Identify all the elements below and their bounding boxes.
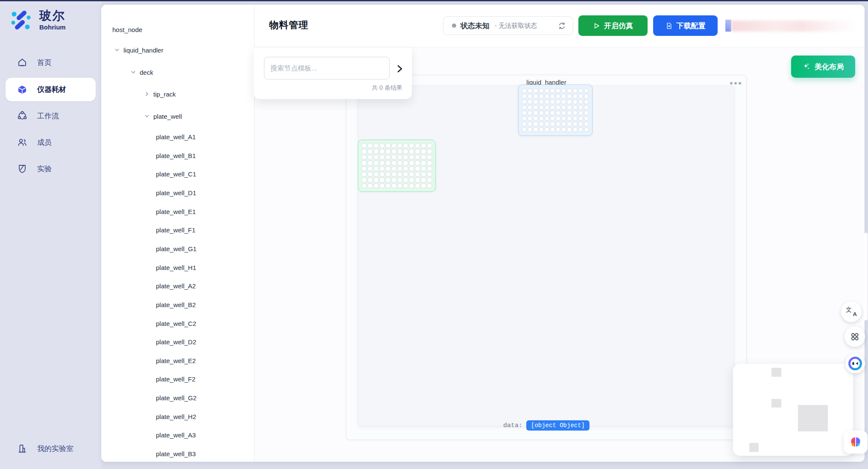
well — [550, 127, 555, 132]
sidebar-item-instruments[interactable]: 仪器耗材 — [6, 78, 96, 101]
tree-item-plate_well_G2[interactable]: plate_well_G2 — [156, 391, 196, 404]
tree-item-plate_well_D1[interactable]: plate_well_D1 — [156, 186, 196, 199]
chevron-down-icon[interactable] — [114, 47, 120, 53]
tree-item-plate_well_D2[interactable]: plate_well_D2 — [156, 335, 196, 348]
tree-item-plate_well_E2[interactable]: plate_well_E2 — [156, 354, 196, 367]
redacted-avatar — [725, 20, 731, 32]
search-input[interactable] — [264, 57, 390, 79]
liquid-handler-node[interactable]: liquid_handler data: [object Object] — [346, 75, 747, 440]
well — [397, 155, 403, 160]
members-icon — [17, 137, 27, 147]
download-config-button[interactable]: 下载配置 — [653, 15, 718, 36]
well — [415, 143, 420, 148]
chevron-right-icon[interactable] — [144, 91, 150, 97]
tree-item-plate_well_C2[interactable]: plate_well_C2 — [156, 317, 196, 330]
chevron-down-icon[interactable] — [130, 69, 136, 75]
well — [578, 127, 583, 132]
well — [567, 111, 572, 115]
well — [403, 172, 408, 177]
well — [403, 155, 408, 160]
well-plate-plate-well[interactable] — [358, 140, 436, 192]
beautify-layout-button[interactable]: 美化布局 — [791, 56, 855, 78]
well — [573, 127, 578, 132]
tree-item-plate_well_G1[interactable]: plate_well_G1 — [156, 242, 196, 255]
sidebar-item-members[interactable]: 成员 — [6, 133, 96, 152]
assistant-robot-button[interactable] — [845, 354, 865, 373]
tree-item-plate_well_A2[interactable]: plate_well_A2 — [156, 279, 196, 292]
tree-item-plate_well_F1[interactable]: plate_well_F1 — [156, 223, 196, 236]
sidebar: 玻尔 Bohrium 首页 仪器耗材 工作流 — [0, 0, 101, 469]
well — [584, 94, 589, 99]
well — [573, 105, 578, 110]
search-submit-button[interactable] — [396, 64, 404, 73]
tree-item-plate-well[interactable]: plate_well — [144, 110, 182, 123]
ai-brain-button[interactable] — [844, 431, 868, 454]
sidebar-item-label: 成员 — [37, 138, 52, 147]
well — [379, 166, 385, 171]
tree-item-plate_well_H2[interactable]: plate_well_H2 — [156, 410, 196, 423]
well — [385, 177, 391, 182]
tree-item-plate_well_E1[interactable]: plate_well_E1 — [156, 205, 196, 218]
well-plate-tip-rack[interactable] — [518, 85, 592, 136]
apps-grid-button[interactable] — [845, 326, 865, 347]
start-simulation-button[interactable]: 开启仿真 — [578, 15, 648, 36]
tree-item-plate_well_H1[interactable]: plate_well_H1 — [156, 261, 196, 274]
home-icon — [17, 57, 27, 67]
well — [567, 122, 572, 126]
well — [545, 88, 549, 93]
well — [528, 94, 532, 99]
minimap[interactable] — [733, 364, 853, 456]
tree-item-plate_well_B3[interactable]: plate_well_B3 — [156, 447, 196, 460]
well — [391, 143, 397, 148]
translate-button[interactable]: 文A — [841, 302, 862, 322]
well — [421, 166, 426, 171]
well — [373, 143, 379, 148]
status-dot-icon — [452, 23, 456, 28]
well — [391, 177, 397, 182]
well — [522, 88, 527, 93]
tree-item-liquid-handler[interactable]: liquid_handler — [114, 44, 163, 56]
well — [367, 183, 373, 188]
brand-logo: 玻尔 Bohrium — [10, 9, 66, 31]
chevron-down-icon[interactable] — [144, 113, 150, 119]
tree-item-plate_well_A1[interactable]: plate_well_A1 — [156, 130, 196, 143]
experiment-icon — [17, 164, 27, 174]
sidebar-item-workflow[interactable]: 工作流 — [6, 106, 96, 125]
well — [385, 155, 391, 160]
well — [409, 143, 414, 148]
tree-item-plate_well_C1[interactable]: plate_well_C1 — [156, 167, 196, 180]
sidebar-item-experiments[interactable]: 实验 — [6, 159, 96, 178]
well — [361, 172, 367, 177]
well — [421, 172, 426, 177]
well — [567, 105, 572, 110]
well — [567, 88, 572, 93]
well — [539, 100, 544, 104]
brand-subtitle: Bohrium — [39, 23, 66, 31]
node-menu-dots[interactable] — [730, 82, 741, 85]
well — [397, 143, 403, 148]
tree-item-plate_well_B2[interactable]: plate_well_B2 — [156, 298, 196, 311]
well — [361, 166, 367, 171]
well — [421, 160, 426, 165]
well — [573, 88, 578, 93]
well — [533, 94, 538, 99]
page-scrollbar-thumb[interactable] — [864, 233, 868, 320]
refresh-icon[interactable] — [558, 22, 566, 30]
well — [550, 105, 555, 110]
well — [533, 116, 538, 121]
well — [415, 172, 420, 177]
translate-icon: 文A — [846, 306, 857, 317]
tree-item-plate_well_A3[interactable]: plate_well_A3 — [156, 428, 196, 441]
well — [403, 166, 408, 171]
well — [421, 177, 426, 182]
tree-item-plate_well_B1[interactable]: plate_well_B1 — [156, 149, 196, 162]
well — [528, 105, 532, 110]
well — [573, 94, 578, 99]
tree-item-plate_well_F2[interactable]: plate_well_F2 — [156, 372, 196, 385]
well — [578, 122, 583, 126]
sidebar-item-my-lab[interactable]: 我的实验室 — [6, 439, 96, 458]
tree-item-host-node[interactable]: host_node — [112, 23, 142, 36]
tree-item-deck[interactable]: deck — [130, 66, 153, 79]
sidebar-item-home[interactable]: 首页 — [6, 53, 96, 72]
tree-item-tip-rack[interactable]: tip_rack — [144, 88, 176, 100]
